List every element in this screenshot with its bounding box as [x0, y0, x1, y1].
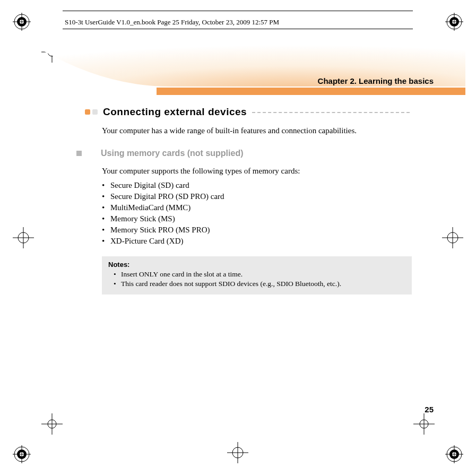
registration-mark-icon	[445, 445, 463, 463]
section-heading-row: Connecting external devices	[85, 106, 410, 118]
section-title: Connecting external devices	[103, 106, 247, 118]
page-content: Connecting external devices Your compute…	[102, 106, 410, 295]
crosshair-icon	[13, 227, 34, 248]
registration-mark-icon	[445, 13, 463, 31]
section-divider	[252, 112, 410, 113]
subsection-title: Using memory cards (not supplied)	[101, 149, 243, 158]
list-item: Secure Digital (SD) card	[102, 180, 410, 191]
registration-mark-icon	[13, 13, 31, 31]
doc-header-strip: S10-3t UserGuide V1.0_en.book Page 25 Fr…	[65, 18, 279, 27]
header-gradient	[42, 34, 465, 96]
trim-line	[63, 11, 413, 11]
chapter-title: Chapter 2. Learning the basics	[318, 76, 434, 85]
list-item: XD-Picture Card (XD)	[102, 236, 410, 247]
trim-line	[63, 29, 413, 29]
list-item: Secure Digital PRO (SD PRO) card	[102, 191, 410, 202]
crosshair-icon	[442, 227, 463, 248]
crosshair-icon	[413, 413, 435, 435]
crosshair-icon	[227, 442, 248, 463]
registration-mark-icon	[13, 445, 31, 463]
bullet-accent-icon	[92, 109, 98, 115]
notes-box: Notes: Insert ONLY one card in the slot …	[102, 256, 412, 294]
page-number: 25	[425, 405, 434, 414]
section-intro: Your computer has a wide range of built-…	[102, 125, 410, 136]
notes-title: Notes:	[108, 261, 405, 269]
subsection-heading-row: Using memory cards (not supplied)	[76, 149, 410, 158]
header-accent-bar	[157, 88, 465, 95]
list-item: Memory Stick (MS)	[102, 213, 410, 224]
list-item: MultiMediaCard (MMC)	[102, 202, 410, 213]
list-item: Memory Stick PRO (MS PRO)	[102, 224, 410, 236]
memory-card-list: Secure Digital (SD) card Secure Digital …	[102, 180, 410, 247]
subsection-bullet-icon	[76, 151, 82, 156]
crosshair-icon	[41, 413, 63, 435]
notes-item: This card reader does not support SDIO d…	[108, 279, 405, 289]
bullet-accent-icon	[85, 109, 90, 115]
notes-item: Insert ONLY one card in the slot at a ti…	[108, 270, 405, 279]
support-line: Your computer supports the following typ…	[102, 167, 410, 176]
